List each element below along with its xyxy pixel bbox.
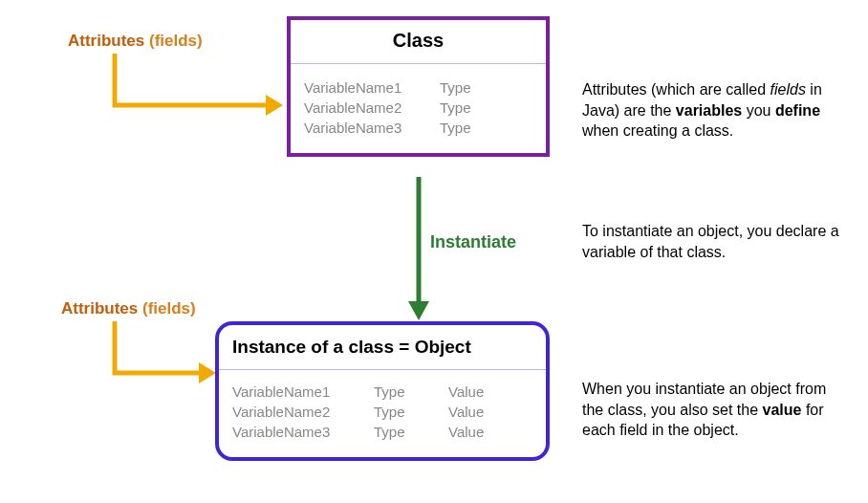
class-row: VariableName3 Type — [304, 118, 532, 138]
attributes-word: Attributes — [61, 299, 138, 317]
instance-of-class-text: Instance of a class — [232, 337, 394, 357]
variable-value: Value — [448, 424, 496, 440]
text-run-bold: value — [763, 402, 802, 418]
object-row: VariableName1 Type Value — [232, 382, 532, 402]
variable-type: Type — [440, 99, 488, 116]
class-box: Class VariableName1 Type VariableName2 T… — [287, 16, 550, 157]
text-run: Attributes (which are called — [582, 81, 770, 98]
attributes-label-bottom: Attributes (fields) — [61, 299, 196, 318]
variable-type: Type — [440, 79, 488, 96]
explanatory-paragraph-instantiate: To instantiate an object, you declare a … — [582, 221, 840, 262]
variable-name: VariableName1 — [232, 383, 347, 400]
class-box-body: VariableName1 Type VariableName2 Type Va… — [291, 64, 546, 153]
equals-text: = — [394, 337, 415, 357]
object-box-title: Instance of a class = Object — [219, 325, 546, 370]
object-row: VariableName2 Type Value — [232, 402, 532, 422]
variable-value: Value — [448, 404, 496, 420]
variable-name: VariableName2 — [304, 99, 419, 116]
arrow-attributes-to-object — [111, 321, 216, 384]
text-run: To instantiate an object, you declare a … — [582, 223, 839, 260]
object-text: Object — [415, 337, 471, 357]
variable-type: Type — [440, 120, 488, 136]
fields-paren: (fields) — [142, 299, 196, 317]
arrow-attributes-to-class — [111, 54, 283, 117]
explanatory-paragraph-value: When you instantiate an object from the … — [582, 379, 840, 441]
arrow-instantiate — [407, 177, 430, 320]
text-run-bold: define — [775, 102, 820, 119]
object-row: VariableName3 Type Value — [232, 422, 532, 442]
variable-value: Value — [448, 383, 496, 400]
variable-name: VariableName3 — [232, 424, 347, 440]
variable-type: Type — [374, 424, 422, 440]
variable-type: Type — [374, 383, 422, 400]
class-row: VariableName1 Type — [304, 77, 532, 98]
object-box-body: VariableName1 Type Value VariableName2 T… — [219, 370, 546, 457]
attributes-label-top: Attributes (fields) — [68, 32, 203, 51]
variable-name: VariableName2 — [232, 404, 347, 420]
object-box: Instance of a class = Object VariableNam… — [215, 321, 550, 461]
variable-name: VariableName1 — [304, 79, 419, 96]
class-row: VariableName2 Type — [304, 98, 532, 118]
instantiate-label: Instantiate — [430, 232, 516, 252]
text-run: when creating a class. — [582, 122, 733, 139]
fields-paren: (fields) — [149, 32, 203, 50]
text-run-bold: variables — [676, 102, 742, 119]
text-run-italic: fields — [770, 81, 806, 98]
attributes-word: Attributes — [68, 32, 144, 50]
variable-name: VariableName3 — [304, 120, 419, 136]
text-run: you — [742, 102, 775, 119]
class-box-title: Class — [291, 20, 546, 64]
variable-type: Type — [374, 404, 422, 420]
explanatory-paragraph-attributes: Attributes (which are called fields in J… — [582, 79, 840, 142]
